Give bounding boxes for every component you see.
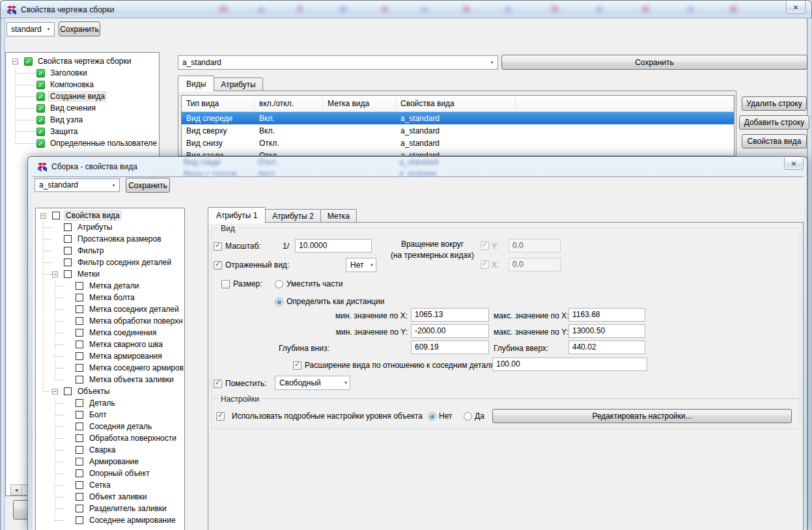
detailed-yes-radio[interactable] bbox=[464, 412, 472, 421]
tree-collapse-icon[interactable]: − bbox=[40, 213, 46, 219]
tree-item[interactable]: Простановка размеров bbox=[36, 233, 184, 245]
tree-item[interactable]: ✓Заголовки bbox=[6, 67, 159, 79]
extension-checkbox[interactable]: ✓ bbox=[293, 361, 301, 370]
tree-item[interactable]: Метка болта bbox=[36, 292, 184, 303]
tree-item[interactable]: −Объекты bbox=[36, 385, 184, 397]
unchecked-checkbox-icon[interactable] bbox=[76, 434, 83, 442]
tree-item[interactable]: Метка обработки поверхн bbox=[36, 315, 184, 327]
table-row[interactable]: Вид сзадиОткл.a_standard bbox=[182, 149, 734, 156]
main-save-button[interactable]: Сохранить bbox=[59, 21, 100, 36]
unchecked-checkbox-icon[interactable] bbox=[76, 446, 83, 454]
dialog-preset-combo[interactable]: a_standard ▼ bbox=[35, 178, 120, 192]
tree-item[interactable]: Деталь bbox=[36, 397, 184, 409]
checked-checkbox-icon[interactable]: ✓ bbox=[36, 81, 45, 89]
tree-item[interactable]: Армирование bbox=[36, 456, 184, 467]
scale-input[interactable]: 10.0000 bbox=[295, 239, 372, 253]
table-row[interactable]: Вид сверхуВкл.a_standard bbox=[182, 124, 734, 137]
mirrored-view-dropdown[interactable]: Нет ▼ bbox=[346, 258, 376, 272]
unchecked-checkbox-icon[interactable] bbox=[64, 223, 72, 231]
tree-item[interactable]: Метка сварного шва bbox=[36, 339, 184, 350]
mirrored-view-checkbox[interactable]: ✓ bbox=[214, 261, 222, 270]
tab-виды[interactable]: Виды bbox=[178, 76, 214, 91]
tree-item[interactable]: ✓Вид сечения bbox=[6, 102, 159, 114]
main-close-button[interactable]: ✕ bbox=[786, 1, 805, 14]
tree-collapse-icon[interactable]: − bbox=[52, 389, 58, 395]
tree-item[interactable]: Соседняя деталь bbox=[36, 421, 184, 432]
unchecked-checkbox-icon[interactable] bbox=[76, 458, 83, 466]
tab-метка[interactable]: Метка bbox=[320, 209, 357, 223]
checked-checkbox-icon[interactable]: ✓ bbox=[36, 104, 45, 113]
unchecked-checkbox-icon[interactable] bbox=[76, 305, 83, 313]
unchecked-checkbox-icon[interactable] bbox=[76, 399, 83, 407]
tree-item[interactable]: Метка соединения bbox=[36, 327, 184, 339]
xmin-input[interactable]: 1065.13 bbox=[411, 308, 489, 322]
xmax-input[interactable]: 1163.68 bbox=[568, 308, 645, 322]
ymin-input[interactable]: -2000.00 bbox=[411, 324, 489, 338]
column-header[interactable]: Тип вида bbox=[182, 96, 255, 111]
tree-item[interactable]: Фильтр соседних деталей bbox=[36, 257, 184, 268]
tree-item[interactable]: Сварка bbox=[36, 444, 184, 456]
unchecked-checkbox-icon[interactable] bbox=[64, 387, 72, 395]
ymax-input[interactable]: 13000.50 bbox=[568, 324, 645, 338]
size-checkbox[interactable] bbox=[221, 280, 230, 288]
unchecked-checkbox-icon[interactable] bbox=[52, 212, 60, 219]
tree-item[interactable]: ✓Компоновка bbox=[6, 79, 159, 91]
tree-item[interactable]: Метка соседних деталей bbox=[36, 303, 184, 315]
detailed-no-radio[interactable] bbox=[428, 412, 436, 421]
column-header[interactable]: вкл./откл. bbox=[255, 96, 323, 111]
tree-item[interactable]: Метка соседнего армиров bbox=[36, 362, 184, 374]
unchecked-checkbox-icon[interactable] bbox=[76, 329, 83, 337]
checked-checkbox-icon[interactable]: ✓ bbox=[24, 57, 33, 66]
tree-item[interactable]: Соседнее армирование bbox=[36, 514, 184, 526]
unchecked-checkbox-icon[interactable] bbox=[76, 282, 83, 290]
view-properties-button[interactable]: Свойства вида bbox=[742, 134, 807, 148]
checked-checkbox-icon[interactable]: ✓ bbox=[36, 116, 45, 124]
define-distances-radio[interactable] bbox=[275, 298, 283, 306]
tab-атрибуты-2[interactable]: Атрибуты 2 bbox=[265, 209, 320, 223]
checked-checkbox-icon[interactable]: ✓ bbox=[36, 69, 45, 77]
place-checkbox[interactable]: ✓ bbox=[214, 380, 222, 388]
tree-root-row[interactable]: −Свойства вида bbox=[36, 210, 184, 221]
main-preset-combo[interactable]: standard ▼ bbox=[7, 22, 55, 36]
add-row-button[interactable]: Добавить строку bbox=[739, 115, 809, 130]
tree-item[interactable]: Объект заливки bbox=[36, 491, 184, 503]
unchecked-checkbox-icon[interactable] bbox=[76, 364, 83, 372]
tree-item[interactable]: Обработка поверхности bbox=[36, 432, 184, 444]
main-save-settings-button[interactable]: Сохранить bbox=[501, 55, 807, 70]
unchecked-checkbox-icon[interactable] bbox=[76, 317, 83, 325]
unchecked-checkbox-icon[interactable] bbox=[76, 493, 83, 501]
unchecked-checkbox-icon[interactable] bbox=[64, 247, 72, 255]
tree-item[interactable]: Фильтр bbox=[36, 245, 184, 257]
dialog-tree-panel[interactable]: −Свойства видаАтрибутыПростановка размер… bbox=[35, 208, 185, 530]
place-dropdown[interactable]: Свободный ▼ bbox=[275, 376, 350, 390]
unchecked-checkbox-icon[interactable] bbox=[76, 481, 83, 489]
unchecked-checkbox-icon[interactable] bbox=[76, 341, 83, 348]
tree-item[interactable]: ✓Определенные пользователе bbox=[6, 137, 159, 149]
use-detailed-settings-checkbox[interactable]: ✓ bbox=[216, 412, 225, 421]
column-header[interactable]: Свойства вида bbox=[396, 96, 516, 111]
unchecked-checkbox-icon[interactable] bbox=[76, 376, 83, 384]
tree-item[interactable]: Метка армирования bbox=[36, 350, 184, 362]
checked-checkbox-icon[interactable]: ✓ bbox=[36, 92, 45, 101]
unchecked-checkbox-icon[interactable] bbox=[76, 469, 83, 477]
tree-item[interactable]: Метка детали bbox=[36, 280, 184, 292]
depth-down-input[interactable]: 609.19 bbox=[411, 341, 489, 354]
tree-item[interactable]: Разделитель заливки bbox=[36, 503, 184, 514]
tree-item[interactable]: −Метки bbox=[36, 268, 184, 280]
table-row[interactable]: Вид снизуОткл.a_standard bbox=[182, 137, 734, 149]
scroll-left-icon[interactable]: ◄ bbox=[11, 485, 22, 495]
edit-settings-button[interactable]: Редактировать настройки... bbox=[492, 409, 792, 423]
views-table-panel[interactable]: Тип видавкл./откл.Метка видаСвойства вид… bbox=[181, 95, 735, 156]
scale-checkbox[interactable]: ✓ bbox=[214, 242, 222, 251]
tree-collapse-icon[interactable]: − bbox=[12, 59, 18, 64]
unchecked-checkbox-icon[interactable] bbox=[76, 516, 83, 524]
tree-item[interactable]: Опорный объект bbox=[36, 467, 184, 479]
extension-input[interactable]: 100.00 bbox=[492, 357, 647, 371]
tree-collapse-icon[interactable]: − bbox=[52, 272, 58, 277]
tab-атрибуты[interactable]: Атрибуты bbox=[214, 77, 262, 91]
tree-item[interactable]: Сетка bbox=[36, 479, 184, 491]
checked-checkbox-icon[interactable]: ✓ bbox=[36, 139, 45, 148]
tree-item[interactable]: ✓Вид узла bbox=[6, 114, 159, 126]
unchecked-checkbox-icon[interactable] bbox=[64, 258, 72, 266]
unchecked-checkbox-icon[interactable] bbox=[76, 505, 83, 512]
